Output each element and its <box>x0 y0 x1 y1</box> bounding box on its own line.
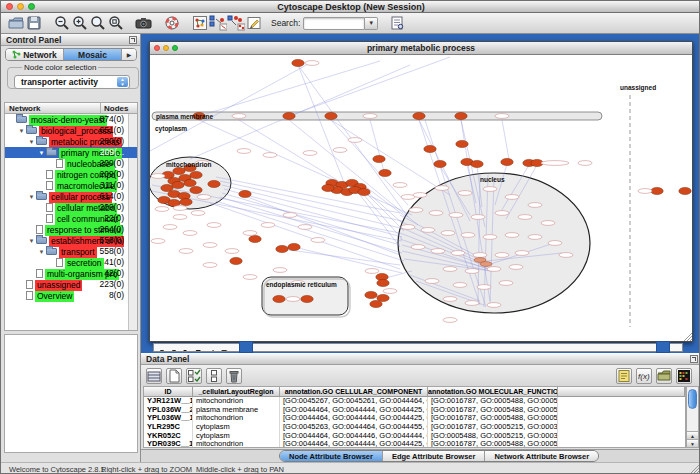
network-node[interactable] <box>424 145 436 152</box>
float-panel-icon[interactable] <box>129 36 137 44</box>
tree-item-overview[interactable]: Overview8(0) <box>5 290 137 301</box>
network-node[interactable] <box>273 295 285 302</box>
search-input[interactable] <box>303 17 365 30</box>
window-titlebar[interactable]: Cytoscape Desktop (New Session) <box>1 1 700 13</box>
apply-layout-b-icon[interactable] <box>227 14 245 32</box>
network-overview-icon[interactable] <box>191 14 209 32</box>
create-attribute-icon[interactable] <box>166 368 182 384</box>
tree-item-nucleobase-[interactable]: nucleobase-209(0) <box>5 158 137 169</box>
tab-node-attribute-browser[interactable]: Node Attribute Browser <box>280 451 383 461</box>
network-node[interactable] <box>208 180 220 187</box>
network-node[interactable] <box>358 188 370 195</box>
tree-item-cellular-process[interactable]: ▼cellular process614(0) <box>5 191 137 202</box>
column-header[interactable]: _cellularLayoutRegion <box>193 387 280 396</box>
network-view-window[interactable]: primary metabolic process plasma membran… <box>149 41 693 342</box>
open-session-icon[interactable] <box>7 14 25 32</box>
table-row[interactable]: YKR052Ccytoplasm[GO:0044464, GO:0044446,… <box>144 432 685 441</box>
search-dropdown-arrow[interactable]: ▼ <box>365 17 378 30</box>
network-node[interactable] <box>325 112 337 119</box>
help-icon[interactable] <box>163 14 181 32</box>
annotations-icon[interactable] <box>245 14 263 32</box>
tree-item-nitrogen-compo[interactable]: nitrogen compo209(0) <box>5 169 137 180</box>
tree-item-establishment-of-lo[interactable]: ▼establishment of lo558(0) <box>5 235 137 246</box>
network-node[interactable] <box>501 158 513 165</box>
table-row[interactable]: YPL036W__1mitochondrion[GO:0044464, GO:0… <box>144 414 685 423</box>
apply-layout-a-icon[interactable] <box>209 14 227 32</box>
delete-attribute-icon[interactable] <box>226 368 242 384</box>
network-node[interactable] <box>365 291 377 298</box>
snapshot-icon[interactable] <box>135 14 153 32</box>
network-node[interactable] <box>288 243 300 250</box>
tree-item-cell-communicat[interactable]: cell communicat22(0) <box>5 213 137 224</box>
save-session-icon[interactable] <box>25 14 43 32</box>
scroll-up-icon[interactable]: ▲ <box>687 431 698 439</box>
tab-scroll-right-icon[interactable]: ▶ <box>122 49 136 60</box>
function-builder-icon[interactable]: f(x) <box>636 368 652 384</box>
tab-network[interactable]: Network <box>6 49 64 60</box>
select-attributes-icon[interactable] <box>186 368 202 384</box>
window-resize-grip[interactable] <box>684 333 692 341</box>
attribute-table-header[interactable]: ID_cellularLayoutRegionannotation.GO CEL… <box>144 387 685 397</box>
attribute-table[interactable]: ID_cellularLayoutRegionannotation.GO CEL… <box>143 386 686 448</box>
zoom-selected-icon[interactable] <box>89 14 107 32</box>
table-row[interactable]: YDR039C__1mitochondrion[GO:0044464, GO:0… <box>144 440 685 448</box>
network-node[interactable] <box>471 160 483 167</box>
tree-item-transport[interactable]: ▼transport558(0) <box>5 246 137 257</box>
zoom-out-icon[interactable] <box>53 14 71 32</box>
float-data-panel-icon[interactable] <box>690 355 698 363</box>
network-node[interactable] <box>190 186 202 193</box>
tree-item-biological-process[interactable]: ▼biological_process651(0) <box>5 125 137 136</box>
resize-grip-icon[interactable] <box>690 465 699 474</box>
network-node[interactable] <box>370 300 382 307</box>
tree-item-secretion[interactable]: secretion41(0) <box>5 257 137 268</box>
network-node[interactable] <box>322 184 334 191</box>
zoom-in-icon[interactable] <box>71 14 89 32</box>
tree-item-multi-organism-pro[interactable]: multi-organism pro42(0) <box>5 268 137 279</box>
network-node[interactable] <box>172 181 184 188</box>
network-node[interactable] <box>283 112 295 119</box>
network-window-titlebar[interactable]: primary metabolic process <box>150 42 692 55</box>
notes-icon[interactable] <box>616 368 632 384</box>
tree-column-header[interactable]: Network Nodes <box>4 102 138 114</box>
network-node[interactable] <box>379 169 391 176</box>
network-node[interactable] <box>292 59 304 66</box>
network-node[interactable] <box>455 112 467 119</box>
network-node[interactable] <box>301 295 313 302</box>
network-node[interactable] <box>373 155 385 162</box>
network-node[interactable] <box>184 179 196 186</box>
network-canvas[interactable]: plasma membrane cytoplasm mitochondrion … <box>150 55 692 341</box>
search-options-icon[interactable] <box>388 14 406 32</box>
unselect-attributes-icon[interactable] <box>206 368 222 384</box>
tree-item-response-to-stimulu[interactable]: response to stimulu264(0) <box>5 224 137 235</box>
matrix-view-icon[interactable] <box>676 368 692 384</box>
network-node[interactable] <box>239 190 251 197</box>
zoom-fit-icon[interactable] <box>107 14 125 32</box>
network-node[interactable] <box>180 198 192 205</box>
network-node[interactable] <box>651 187 663 194</box>
tab-network-attribute-browser[interactable]: Network Attribute Browser <box>485 451 598 461</box>
network-node[interactable] <box>377 279 389 286</box>
column-header[interactable]: annotation.GO CELLULAR_COMPONENT <box>280 387 428 396</box>
network-node[interactable] <box>230 257 242 264</box>
column-header[interactable]: ID <box>144 387 193 396</box>
tab-edge-attribute-browser[interactable]: Edge Attribute Browser <box>383 451 485 461</box>
table-scrollbar[interactable]: ▲ ▼ <box>686 386 699 448</box>
network-node[interactable] <box>456 140 468 147</box>
table-row[interactable]: YJR121W__1mitochondrion[GO:0045267, GO:0… <box>144 397 685 406</box>
network-node[interactable] <box>679 187 691 194</box>
attribute-table-icon[interactable] <box>146 368 162 384</box>
tree-item-macromolecule[interactable]: macromolecule311(0) <box>5 180 137 191</box>
birds-eye-view[interactable] <box>4 334 138 453</box>
import-attributes-icon[interactable] <box>656 368 672 384</box>
scrollbar-thumb[interactable] <box>688 389 697 409</box>
node-color-dropdown[interactable]: transporter activity ▲▼ <box>14 75 130 89</box>
column-header[interactable]: annotation.GO MOLECULAR_FUNCTION <box>428 387 558 396</box>
table-row[interactable]: YLR295Ccytoplasm[GO:0045263, GO:0044464,… <box>144 423 685 432</box>
tree-item-mosaic-demo-yeast[interactable]: mosaic-demo-yeast874(0) <box>5 114 137 125</box>
tree-item-primary-metabo[interactable]: ▼primary metabo209(... <box>5 147 137 158</box>
tree-item-cellular-metabo[interactable]: cellular metabo209(0) <box>5 202 137 213</box>
table-row[interactable]: YPL036W__2plasma membrane[GO:0044464, GO… <box>144 406 685 415</box>
network-node[interactable] <box>190 171 202 178</box>
network-node[interactable] <box>249 235 261 242</box>
tree-item-metabolic-process[interactable]: ▼metabolic process280(0) <box>5 136 137 147</box>
